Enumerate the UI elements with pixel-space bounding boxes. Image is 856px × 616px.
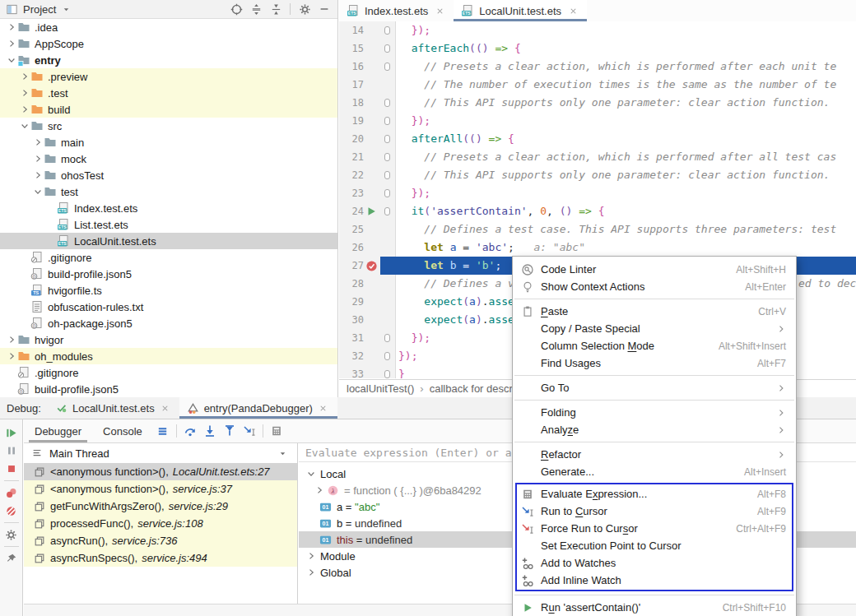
code-line-23[interactable]: 23 }); (339, 184, 856, 202)
code-line-21[interactable]: 21 // Presets a clear action, which is p… (339, 148, 856, 166)
menu-item-folding[interactable]: Folding (513, 404, 796, 421)
tree-item-build-profile-json5[interactable]: {}build-profile.json5 (0, 266, 337, 282)
tree-item-gitignore[interactable]: .gitignore (0, 249, 337, 266)
frame-row[interactable]: asyncRunSpecs(),service.js:494 (24, 549, 297, 567)
chevron-right-icon[interactable] (305, 550, 317, 562)
stop-program-icon[interactable] (2, 460, 21, 478)
tree-item-mock[interactable]: mock (0, 151, 337, 167)
close-tab-icon[interactable] (433, 4, 446, 17)
fold-marker[interactable] (384, 153, 390, 161)
tree-item-gitignore[interactable]: .gitignore (0, 364, 337, 381)
tree-item-index-test-ets[interactable]: ETSIndex.test.ets (0, 200, 337, 216)
chevron-right-icon[interactable] (31, 153, 44, 165)
code-line-25[interactable]: 25 // Defines a test case. This API supp… (339, 220, 856, 239)
tree-item-localunit-test-ets[interactable]: ETSLocalUnit.test.ets (0, 233, 337, 249)
frame-row[interactable]: <anonymous function>(),service.js:37 (24, 480, 297, 498)
frame-row[interactable]: processedFunc(),service.js:108 (24, 515, 297, 532)
close-tab-icon[interactable] (566, 4, 579, 17)
code-line-22[interactable]: 22 // This API supports only one paramet… (339, 166, 856, 184)
menu-item-paste[interactable]: PasteCtrl+V (513, 303, 796, 320)
debugger-settings-icon[interactable] (2, 526, 21, 544)
chevron-right-icon[interactable] (18, 87, 30, 100)
fold-marker[interactable] (384, 171, 390, 179)
code-line-19[interactable]: 19 }); (339, 112, 856, 130)
editor-tab-index-test-ets[interactable]: ETSIndex.test.ets (339, 0, 454, 21)
tree-item-build[interactable]: build (0, 101, 337, 118)
frame-row[interactable]: <anonymous function>(),LocalUnit.test.et… (24, 463, 297, 480)
view-breakpoints-icon[interactable] (2, 484, 21, 502)
debug-session-tab-entry-pandadebugger[interactable]: entry(PandaDebugger) (179, 397, 337, 419)
step-over-icon[interactable] (180, 419, 200, 442)
code-line-14[interactable]: 14 }); (339, 21, 856, 39)
chevron-right-icon[interactable] (5, 38, 17, 50)
chevron-right-icon[interactable] (5, 21, 17, 34)
chevron-right-icon[interactable] (5, 334, 17, 346)
menu-item-go-to[interactable]: Go To (513, 379, 796, 396)
collapse-all-icon[interactable] (268, 1, 284, 17)
resume-program-icon[interactable] (2, 424, 21, 442)
tab-debugger[interactable]: Debugger (24, 419, 92, 442)
fold-marker[interactable] (384, 117, 390, 125)
code-line-26[interactable]: 26 let a = 'abc'; a: "abc" (339, 239, 856, 257)
tree-item-entry[interactable]: entry (0, 52, 337, 68)
tab-console[interactable]: Console (92, 419, 153, 442)
fold-marker[interactable] (384, 99, 390, 107)
tree-item-preview[interactable]: .preview (0, 68, 337, 85)
tree-item-build-profile-json5[interactable]: {}build-profile.json5 (0, 381, 337, 397)
tree-item-list-test-ets[interactable]: ETSList.test.ets (0, 216, 337, 233)
pin-tab-icon[interactable] (2, 549, 21, 567)
evaluate-expression-icon[interactable] (267, 419, 286, 442)
run-to-cursor-icon[interactable] (240, 419, 259, 442)
menu-item-run-assertcontain[interactable]: Run 'assertContain()'Ctrl+Shift+F10 (513, 599, 796, 616)
chevron-right-icon[interactable] (18, 71, 30, 83)
close-tab-icon[interactable] (317, 401, 330, 415)
code-line-17[interactable]: 17 // The number of execution times is t… (339, 76, 856, 94)
menu-item-evaluate-expression[interactable]: Evaluate Expression...Alt+F8 (517, 485, 792, 503)
chevron-down-icon[interactable] (18, 120, 30, 132)
mute-breakpoints-icon[interactable] (2, 502, 21, 520)
fold-marker[interactable] (384, 334, 390, 342)
tree-item-ohostest[interactable]: ohosTest (0, 167, 337, 183)
fold-marker[interactable] (384, 44, 390, 53)
tree-item-test[interactable]: .test (0, 85, 337, 101)
layout-menu-icon[interactable] (153, 419, 173, 442)
chevron-right-icon[interactable] (31, 169, 44, 182)
hide-panel-icon[interactable] (316, 1, 333, 17)
menu-item-analyze[interactable]: Analyze (513, 421, 796, 438)
chevron-down-icon[interactable] (305, 468, 317, 479)
frame-row[interactable]: getFuncWithArgsZero(),service.js:29 (24, 498, 297, 515)
step-out-icon[interactable] (220, 419, 240, 442)
pause-program-icon[interactable] (2, 442, 21, 460)
menu-item-set-execution-point-to-cursor[interactable]: Set Execution Point to Cursor (517, 537, 792, 554)
fold-marker[interactable] (384, 207, 390, 215)
chevron-right-icon[interactable] (305, 567, 317, 578)
code-line-20[interactable]: 20 afterAll(() => { (339, 130, 856, 148)
fold-marker[interactable] (384, 135, 390, 143)
chevron-right-icon[interactable] (5, 350, 17, 363)
debug-session-tab-localunit-test-ets[interactable]: LocalUnit.test.ets (48, 397, 179, 419)
fold-marker[interactable] (384, 26, 390, 35)
fold-marker[interactable] (384, 352, 390, 360)
menu-item-add-to-watches[interactable]: Add to Watches (517, 554, 792, 572)
tree-item-oh-modules[interactable]: oh_modules (0, 348, 337, 364)
tree-item-src[interactable]: src (0, 118, 337, 134)
code-line-24[interactable]: 24 it('assertContain', 0, () => { (339, 202, 856, 220)
tree-item-hvigor[interactable]: hvigor (0, 331, 337, 348)
code-line-16[interactable]: 16 // Presets a clear action, which is p… (339, 58, 856, 76)
chevron-right-icon[interactable] (314, 484, 325, 496)
expand-all-icon[interactable] (248, 1, 264, 17)
menu-item-column-selection-mode[interactable]: Column Selection ModeAlt+Shift+Insert (513, 337, 796, 354)
run-test-icon[interactable] (365, 205, 378, 218)
tree-item-obfuscation-rules-txt[interactable]: obfuscation-rules.txt (0, 299, 337, 315)
chevron-right-icon[interactable] (31, 137, 44, 149)
tree-item-hvigorfile-ts[interactable]: TShvigorfile.ts (0, 282, 337, 299)
close-tab-icon[interactable] (159, 401, 172, 415)
tree-item-test[interactable]: test (0, 183, 337, 200)
tree-item-idea[interactable]: .idea (0, 19, 337, 35)
thread-dropdown-icon[interactable] (276, 447, 289, 460)
tree-item-main[interactable]: main (0, 134, 337, 151)
project-panel-title[interactable]: Project (23, 3, 56, 16)
breakpoint-icon[interactable] (365, 259, 378, 272)
menu-item-copy-paste-special[interactable]: Copy / Paste Special (513, 320, 796, 337)
chevron-right-icon[interactable] (18, 104, 30, 116)
